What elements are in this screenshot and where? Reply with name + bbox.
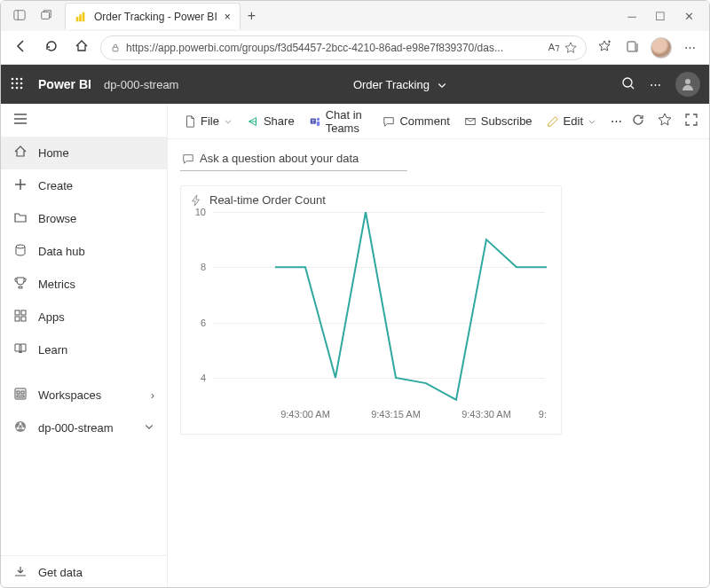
sidebar-current-workspace[interactable]: dp-000-stream [1, 412, 167, 444]
sidebar-toggle-icon[interactable] [6, 9, 33, 24]
svg-rect-30 [15, 317, 20, 321]
sidebar-get-data[interactable]: Get data [1, 556, 167, 588]
browser-profile-avatar[interactable] [651, 37, 672, 59]
sidebar-item-label: Get data [38, 566, 83, 579]
search-icon[interactable] [621, 76, 635, 93]
toolbar-more-icon[interactable]: ⋯ [605, 111, 627, 131]
refresh-visuals-icon[interactable] [631, 113, 645, 129]
chart-tile[interactable]: Real-time Order Count 46810 9:43:00 AM9:… [180, 185, 562, 435]
pencil-icon [547, 115, 559, 128]
svg-point-13 [12, 82, 14, 85]
svg-rect-34 [21, 391, 24, 394]
sidebar-item-label: Learn [38, 343, 67, 357]
svg-rect-33 [17, 391, 20, 394]
sidebar-item-label: Metrics [38, 278, 75, 291]
sidebar-workspaces[interactable]: Workspaces › [1, 379, 167, 412]
sidebar-item-datahub[interactable]: Data hub [1, 235, 167, 268]
chevron-down-icon [224, 117, 233, 126]
svg-line-20 [631, 86, 634, 89]
window-close-button[interactable]: ✕ [681, 10, 697, 23]
svg-rect-9 [627, 42, 635, 51]
datahub-icon [13, 243, 28, 260]
sidebar-item-label: Browse [38, 212, 76, 225]
sidebar-item-home[interactable]: Home [1, 137, 167, 169]
browser-titlebar: Order Tracking - Power BI × + ─ ☐ ✕ [1, 1, 709, 31]
sidebar-item-label: dp-000-stream [38, 421, 114, 435]
sidebar-item-learn[interactable]: Learn [1, 333, 167, 366]
svg-rect-6 [113, 47, 118, 51]
svg-point-46 [316, 117, 320, 121]
browser-menu-icon[interactable]: ⋯ [679, 41, 700, 54]
workspaces-icon [13, 387, 28, 404]
dashboard-toolbar: File Share T Chat in Teams Comment Subsc… [168, 104, 709, 139]
url-input[interactable]: https://app.powerbi.com/groups/f3d54457-… [100, 35, 587, 60]
user-avatar[interactable] [675, 72, 700, 97]
file-label: File [201, 114, 219, 128]
chart-line [213, 212, 550, 405]
subscribe-button[interactable]: Subscribe [459, 111, 538, 131]
window-minimize-button[interactable]: ─ [624, 10, 640, 23]
header-more-icon[interactable]: ⋯ [650, 78, 661, 91]
sidebar-item-label: Data hub [38, 245, 85, 258]
teams-icon: T [309, 115, 321, 128]
powerbi-header: Power BI dp-000-stream Order Tracking ⋯ [1, 65, 709, 104]
chevron-down-icon [588, 117, 596, 126]
sidebar-item-create[interactable]: Create [1, 169, 167, 202]
tab-close-icon[interactable]: × [225, 11, 231, 23]
chevron-down-icon [144, 421, 154, 435]
url-text: https://app.powerbi.com/groups/f3d54457-… [126, 42, 543, 54]
favorite-star-icon[interactable] [564, 42, 577, 54]
fullscreen-icon[interactable] [684, 113, 698, 129]
favorite-icon[interactable] [658, 113, 672, 129]
browser-tab[interactable]: Order Tracking - Power BI × [65, 3, 241, 29]
collections-icon[interactable] [622, 39, 643, 56]
comment-button[interactable]: Comment [377, 111, 454, 131]
ask-question-input[interactable]: Ask a question about your data [180, 148, 407, 171]
share-label: Share [264, 114, 295, 128]
tabs-icon[interactable] [33, 9, 59, 24]
chart-area: 46810 9:43:00 AM9:43:15 AM9:43:30 AM9: [190, 212, 552, 425]
svg-point-21 [685, 79, 690, 84]
window-maximize-button[interactable]: ☐ [652, 10, 668, 23]
browser-tab-title: Order Tracking - Power BI [94, 11, 217, 23]
svg-point-12 [20, 78, 23, 81]
share-button[interactable]: Share [241, 111, 300, 131]
plus-icon [13, 177, 28, 194]
sidebar-item-browse[interactable]: Browse [1, 202, 167, 235]
home-button[interactable] [70, 39, 93, 56]
sidebar-item-apps[interactable]: Apps [1, 301, 167, 333]
app-launcher-icon[interactable] [10, 76, 26, 92]
sidebar-collapse-button[interactable] [1, 104, 167, 137]
refresh-button[interactable] [40, 39, 63, 56]
share-icon [247, 115, 259, 128]
main-content: File Share T Chat in Teams Comment Subsc… [168, 104, 709, 588]
mail-icon [464, 115, 477, 128]
edit-button[interactable]: Edit [541, 111, 602, 131]
svg-rect-5 [83, 12, 85, 21]
reader-mode-icon[interactable]: A⁊ [548, 42, 559, 53]
header-workspace-name: dp-000-stream [104, 78, 179, 91]
back-button[interactable] [10, 39, 33, 56]
workspace-node-icon [13, 419, 28, 436]
favorites-icon[interactable] [594, 39, 615, 56]
y-axis: 46810 [190, 212, 209, 405]
chat-teams-button[interactable]: T Chat in Teams [304, 105, 375, 138]
svg-point-19 [623, 78, 632, 87]
comment-label: Comment [399, 114, 449, 128]
sidebar: Home Create Browse Data hub Metrics Apps… [1, 104, 168, 588]
sidebar-item-metrics[interactable]: Metrics [1, 268, 167, 301]
file-menu[interactable]: File [178, 111, 238, 131]
svg-point-16 [12, 87, 14, 90]
svg-rect-2 [42, 12, 50, 19]
x-axis: 9:43:00 AM9:43:15 AM9:43:30 AM9: [213, 407, 545, 425]
dashboard-title-dropdown[interactable]: Order Tracking [191, 78, 609, 91]
ask-placeholder: Ask a question about your data [200, 152, 359, 165]
chevron-down-icon [437, 80, 447, 90]
sidebar-item-label: Home [38, 146, 69, 160]
new-tab-button[interactable]: + [248, 8, 256, 24]
svg-rect-28 [15, 310, 20, 315]
folder-icon [13, 210, 28, 227]
apps-icon [13, 309, 28, 325]
svg-point-14 [16, 82, 19, 85]
file-icon [184, 115, 196, 128]
